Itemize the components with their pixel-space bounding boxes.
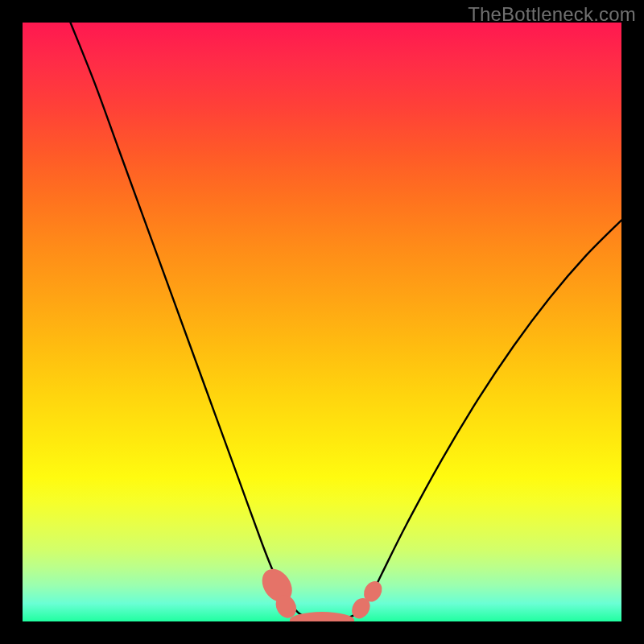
plot-area xyxy=(23,23,621,621)
curve-markers xyxy=(256,564,386,621)
chart-svg xyxy=(23,23,621,621)
outer-frame: TheBottleneck.com xyxy=(0,0,644,644)
watermark-text: TheBottleneck.com xyxy=(468,3,636,26)
bottleneck-curve xyxy=(71,23,621,621)
